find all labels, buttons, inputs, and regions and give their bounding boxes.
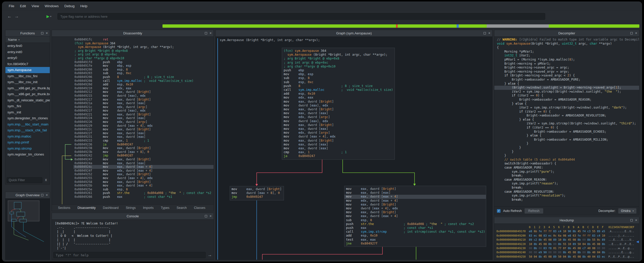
- code-line[interactable]: if (iVar2 == 0) {: [494, 94, 639, 98]
- tab-search[interactable]: Search: [177, 206, 187, 210]
- auto-refresh-checkbox[interactable]: ✓: [497, 209, 501, 213]
- code-line[interactable]: mov eax, dword [Bright]: [282, 139, 395, 143]
- function-item[interactable]: sym.__libc_csu_init: [5, 79, 50, 85]
- function-item[interactable]: sym._init: [5, 109, 50, 115]
- menu-help[interactable]: Help: [78, 4, 90, 8]
- close-panel-icon[interactable]: ✕: [46, 194, 48, 197]
- code-line[interactable]: mov eax, dword [Bright]: [344, 203, 486, 207]
- tab-sections[interactable]: Sections: [58, 206, 70, 210]
- console-titlebar[interactable]: Console ✕: [52, 213, 214, 220]
- code-line[interactable]: // switch table (5 cases) at 0x804a044: [494, 158, 639, 162]
- code-line[interactable]: push ebp: [282, 69, 395, 72]
- code-line[interactable]: if (Bright->morning->saved_argc < 2) {: [494, 74, 639, 78]
- code-line[interactable]: break;: [494, 198, 639, 202]
- function-item[interactable]: sym.imp.__libc_start_main: [5, 121, 50, 128]
- graph-overview-minimap[interactable]: [5, 199, 50, 260]
- code-line[interactable]: void sym.Aeropause(Bright *Bright, uint3…: [494, 42, 639, 46]
- code-line[interactable]: 0x080491fe mov ebp, esp: [73, 64, 214, 68]
- code-line[interactable]: 0x08049242 jmp 0x80492d7: [73, 154, 214, 158]
- code-line[interactable]: sym.imp.printf("reason");: [494, 182, 639, 186]
- code-line[interactable]: 0x0804921f mov dword [eax], edx: [73, 109, 214, 113]
- graph-node-entry[interactable]: (fcn) sym.Aeropause 364 sym.Aeropause (B…: [282, 48, 395, 160]
- hex-row[interactable]: 0x0000000008049230 00 8b 00 83 f8 01 77 …: [496, 246, 639, 250]
- code-line[interactable]: mov edx, eax: [282, 96, 395, 100]
- code-line[interactable]: (fcn) sym.Aeropause 364: [73, 42, 214, 45]
- functions-titlebar[interactable]: Functions ✕: [5, 30, 50, 37]
- float-panel-icon[interactable]: [205, 32, 207, 34]
- code-line[interactable]: call sym.imp.strcmp ; int strcmp(const c…: [344, 230, 486, 234]
- code-line[interactable]: Bright->morning = pMVar1;: [494, 62, 639, 66]
- code-line[interactable]: call sym.imp.malloc ; void *malloc(size_…: [282, 88, 395, 92]
- function-item[interactable]: sym._dl_relocate_static_pie: [5, 97, 50, 103]
- code-line[interactable]: 0x08049238 mov eax, dword [Bright]: [73, 146, 214, 150]
- code-line[interactable]: mov eax, dword [Bright]: [230, 187, 284, 191]
- float-panel-icon[interactable]: [630, 219, 633, 221]
- code-line[interactable]: ; arg int argc @ ebp+0xc: [73, 53, 214, 56]
- function-item[interactable]: entry0: [5, 55, 50, 61]
- menu-debug[interactable]: Debug: [62, 4, 78, 8]
- code-line[interactable]: 0x08049203 sub esp, 0xc: [73, 71, 214, 75]
- hex-row[interactable]: 0x0000000008049210 89 c2 8b 45 08 89 10 …: [496, 238, 639, 242]
- function-item[interactable]: sym.Aeropause: [5, 67, 50, 73]
- code-line[interactable]: sym.imp.printf("pure");: [494, 170, 639, 174]
- code-line[interactable]: push 8 ; 8 ; size_t size: [282, 84, 395, 88]
- float-panel-icon[interactable]: [205, 215, 207, 217]
- code-line[interactable]: 0x08049236 ja 0x8049247: [73, 143, 214, 147]
- code-line[interactable]: mov edx, dword [eax + 4]: [344, 199, 486, 203]
- code-line[interactable]: mov eax, dword [eax]: [282, 143, 395, 147]
- code-line[interactable]: break;: [494, 186, 639, 190]
- code-line[interactable]: 0x0804924a mov eax, dword [eax]: [73, 161, 214, 165]
- code-line[interactable]: }: [494, 146, 639, 150]
- code-line[interactable]: mov eax, dword [Bright]: [282, 108, 395, 111]
- code-line[interactable]: mov dword [eax + 4], edx: [344, 207, 486, 210]
- code-line[interactable]: mov eax, dword [Bright]: [282, 123, 395, 127]
- function-item[interactable]: fcn.080490c7: [5, 61, 50, 67]
- function-item[interactable]: sym.__libc_csu_fini: [5, 73, 50, 79]
- code-line[interactable]: 0x08049212 mov eax, dword [Bright]: [73, 90, 214, 94]
- code-line[interactable]: mov eax, dword [eax]: [282, 127, 395, 131]
- code-line[interactable]: mov eax, dword [eax]: [282, 147, 395, 150]
- clear-filter-button[interactable]: X: [43, 178, 49, 182]
- code-line[interactable]: int32_t iVar2;: [494, 54, 639, 58]
- code-line[interactable]: if (iVar2 == 0) {: [494, 110, 639, 114]
- code-line[interactable]: } else {: [494, 102, 639, 106]
- code-line[interactable]: test eax, eax: [344, 238, 486, 242]
- function-item[interactable]: sym.register_tm_clones: [5, 151, 50, 158]
- float-panel-icon[interactable]: [484, 32, 486, 34]
- float-panel-icon[interactable]: [630, 32, 633, 34]
- code-line[interactable]: ; arg char **argv @ ebp+0x10: [73, 56, 214, 60]
- code-line[interactable]: Bright->ambassador = AMBASSADOR_ECHOES;: [494, 130, 639, 134]
- hex-row[interactable]: 0x0000000008049240 00 00 e9 90 00 00 00 …: [496, 250, 639, 254]
- code-line[interactable]: sym.Aeropause (Bright *Bright, int argc,…: [282, 53, 395, 57]
- function-item[interactable]: sym.__x86.get_pc_thunk.bp: [5, 85, 50, 91]
- code-line[interactable]: } else {: [494, 82, 639, 86]
- decompiler-code[interactable]: // WARNING: [r2ghidra] Failed to match t…: [494, 37, 639, 206]
- function-item[interactable]: sym.deregister_tm_clones: [5, 115, 50, 121]
- forward-icon[interactable]: →: [13, 14, 20, 19]
- code-line[interactable]: mov eax, dword [Bright]: [282, 100, 395, 104]
- functions-column-header[interactable]: Name ▾: [5, 37, 50, 43]
- code-line[interactable]: } else {: [494, 134, 639, 138]
- code-line[interactable]: if (iVar2 == 0) {: [494, 126, 639, 130]
- graph-titlebar[interactable]: Graph (sym.Aeropause) ✕: [216, 30, 492, 37]
- code-line[interactable]: (fcn) sym.Aeropause 364: [282, 49, 395, 53]
- code-line[interactable]: 0x08049224 mov eax, dword [eax]: [73, 116, 214, 120]
- function-item[interactable]: sym.__x86.get_pc_thunk.bx: [5, 91, 50, 97]
- hex-row[interactable]: 0x0000000008049250 50 04 8b 45 08 89 50 …: [496, 255, 639, 259]
- graph-overview-titlebar[interactable]: Graph Overview ✕: [5, 192, 50, 199]
- code-line[interactable]: Bright->ambassador = AMBASSADOR_REASON;: [494, 98, 639, 102]
- hex-row[interactable]: 0x0000000008049200 83 ec 08 83 ec 0c 6a …: [496, 233, 639, 238]
- code-line[interactable]: case AMBASSADOR_REVOLUTION:: [494, 190, 639, 194]
- code-line[interactable]: Bright->ambassador = AMBASSADOR_MILLION;: [494, 138, 639, 142]
- graph-node-true-branch[interactable]: mov eax, dword [Bright]mov eax, dword [e…: [344, 186, 486, 247]
- code-line[interactable]: ; arg Bright *Bright @ ebp+0x8: [282, 57, 395, 61]
- code-line[interactable]: 0x080491fc ret: [73, 38, 214, 42]
- code-line[interactable]: (Bright->window).sunlight = Bright->morn…: [494, 86, 639, 90]
- code-line[interactable]: add esp, 0x10: [282, 92, 395, 96]
- code-line[interactable]: mov edx, dword [argc]: [282, 115, 395, 119]
- code-line[interactable]: 0x0804925e sub esp, 8: [73, 188, 214, 191]
- back-icon[interactable]: ←: [6, 14, 13, 19]
- code-line[interactable]: iVar2 = sym.imp.strcmp((Bright->window).…: [494, 106, 639, 110]
- code-line[interactable]: sub esp, 8: [282, 76, 395, 80]
- code-line[interactable]: Bright->morning->saved_argv = argv;: [494, 70, 639, 74]
